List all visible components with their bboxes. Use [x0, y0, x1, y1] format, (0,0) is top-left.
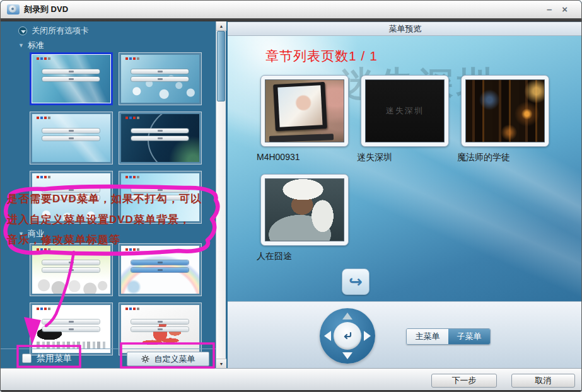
template-panel: 关闭所有选项卡 ▼ 标准: [1, 21, 216, 368]
menu-bar: [42, 188, 100, 192]
menu-bar: [42, 268, 100, 272]
section-standard[interactable]: ▼ 标准: [18, 40, 44, 51]
menu-bar: [42, 195, 100, 200]
next-button[interactable]: 下一步: [431, 374, 497, 388]
menu-bar: [42, 260, 100, 265]
scroll-down-button[interactable]: ▼: [216, 359, 226, 368]
standard-template-grid: [30, 52, 202, 224]
dpad-down-arrow-icon[interactable]: [342, 352, 352, 359]
template-title-marks: [37, 248, 39, 251]
return-button[interactable]: ↪: [342, 268, 370, 295]
template-image: [121, 305, 199, 353]
video-title: 魔法师的学徒: [457, 152, 549, 163]
laptop-base: [269, 134, 334, 142]
collapse-circle-icon: [18, 26, 27, 35]
scrollbar-thumb[interactable]: [217, 31, 225, 101]
menu-bar: [131, 268, 189, 272]
dialog-footer: 下一步 取消: [1, 368, 581, 392]
menu-bar: [131, 195, 189, 200]
close-all-tabs-label: 关闭所有选项卡: [32, 25, 89, 37]
template-thumbnail[interactable]: [119, 243, 202, 296]
dpad-left-arrow-icon[interactable]: [324, 331, 331, 341]
triangle-down-icon: ▼: [18, 42, 24, 49]
video-menu-item[interactable]: 迷失深圳 迷失深圳: [361, 75, 449, 163]
close-all-tabs-link[interactable]: 关闭所有选项卡: [18, 25, 89, 37]
customize-menu-button[interactable]: 自定义菜单: [127, 352, 209, 366]
video-overlay-title: 迷失深圳: [386, 105, 424, 117]
menu-bar: [131, 69, 189, 74]
template-thumbnail[interactable]: [30, 243, 113, 296]
dvd-menu-preview: 章节列表页数1 / 1 迷失深圳 M4H00931: [228, 36, 582, 301]
laptop-display: [277, 85, 323, 127]
menu-bar: [131, 260, 189, 265]
template-thumbnail[interactable]: [119, 171, 202, 224]
video-title: 迷失深圳: [357, 152, 449, 163]
template-thumbnail[interactable]: [119, 52, 202, 105]
template-panel-footer: 禁用菜单 自定义菜单: [1, 349, 216, 368]
template-panel-scrollbar[interactable]: ▲ ▼: [216, 21, 226, 368]
menu-bar: [42, 129, 100, 133]
main-menu-toggle[interactable]: 主菜单: [407, 329, 448, 344]
template-title-marks: [37, 308, 39, 310]
video-thumbnail-frame[interactable]: [461, 75, 549, 147]
template-thumbnail[interactable]: [119, 303, 202, 355]
template-thumbnail[interactable]: [30, 171, 113, 224]
video-thumbnail: [265, 79, 344, 142]
menu-bar: [131, 327, 189, 331]
video-title: 人在囧途: [257, 251, 349, 262]
preview-nav-bar: 主菜单 子菜单: [228, 301, 582, 368]
disable-menu-checkbox[interactable]: [22, 354, 32, 363]
template-image: [121, 114, 199, 162]
disable-menu-label: 禁用菜单: [37, 353, 72, 364]
template-thumbnail[interactable]: [30, 303, 113, 355]
template-title-marks: [125, 176, 128, 178]
video-menu-item[interactable]: 人在囧途: [260, 174, 349, 262]
template-image: [32, 173, 110, 221]
menu-bar: [131, 320, 189, 324]
dpad-enter-button[interactable]: [334, 322, 361, 350]
menu-bar: [42, 327, 100, 331]
triangle-down-icon: ▼: [18, 231, 24, 237]
template-image: [32, 305, 110, 353]
sub-menu-toggle[interactable]: 子菜单: [448, 329, 490, 344]
section-business[interactable]: ▼ 商业: [18, 228, 44, 239]
section-business-label: 商业: [28, 228, 44, 239]
menu-bar: [42, 320, 100, 324]
menu-bar: [131, 77, 189, 81]
video-thumbnail-frame[interactable]: [260, 174, 349, 246]
template-thumbnail[interactable]: [119, 112, 202, 164]
video-title: M4H00931: [257, 152, 349, 162]
customize-menu-label: 自定义菜单: [154, 354, 195, 365]
video-thumbnail: 迷失深圳: [365, 79, 445, 142]
template-title-marks: [125, 57, 128, 60]
template-image: [121, 246, 199, 294]
video-thumbnail-frame[interactable]: 迷失深圳: [361, 75, 449, 147]
template-thumbnail[interactable]: [30, 52, 113, 105]
menu-toggle-group: 主菜单 子菜单: [406, 328, 491, 345]
template-image: [32, 55, 110, 103]
main-body: 关闭所有选项卡 ▼ 标准: [1, 21, 581, 368]
return-arrow-icon: ↪: [349, 274, 363, 290]
template-title-marks: [125, 117, 128, 119]
gear-icon: [141, 355, 149, 363]
dpad-up-arrow-icon[interactable]: [342, 313, 352, 320]
enter-arrow-icon: [341, 330, 354, 342]
minimize-button[interactable]: –: [547, 4, 552, 15]
dpad-right-arrow-icon[interactable]: [364, 331, 371, 341]
dpad-control[interactable]: [320, 308, 375, 364]
menu-bar: [42, 77, 100, 81]
video-thumbnail-frame[interactable]: [260, 75, 349, 147]
cancel-button[interactable]: 取消: [511, 374, 575, 388]
scroll-up-button[interactable]: ▲: [216, 21, 226, 31]
business-template-grid: [30, 243, 202, 355]
menu-bar: [131, 188, 189, 192]
close-button[interactable]: ×: [562, 4, 567, 15]
video-menu-item[interactable]: M4H00931: [260, 75, 349, 162]
template-title-marks: [125, 248, 128, 251]
menu-bar: [42, 136, 100, 141]
dvd-disc-icon: [7, 4, 20, 14]
video-menu-item[interactable]: 魔法师的学徒: [461, 75, 549, 163]
title-bar: 刻录到 DVD – ×: [1, 1, 581, 18]
template-thumbnail[interactable]: [30, 112, 113, 164]
video-thumbnail: [265, 178, 344, 241]
